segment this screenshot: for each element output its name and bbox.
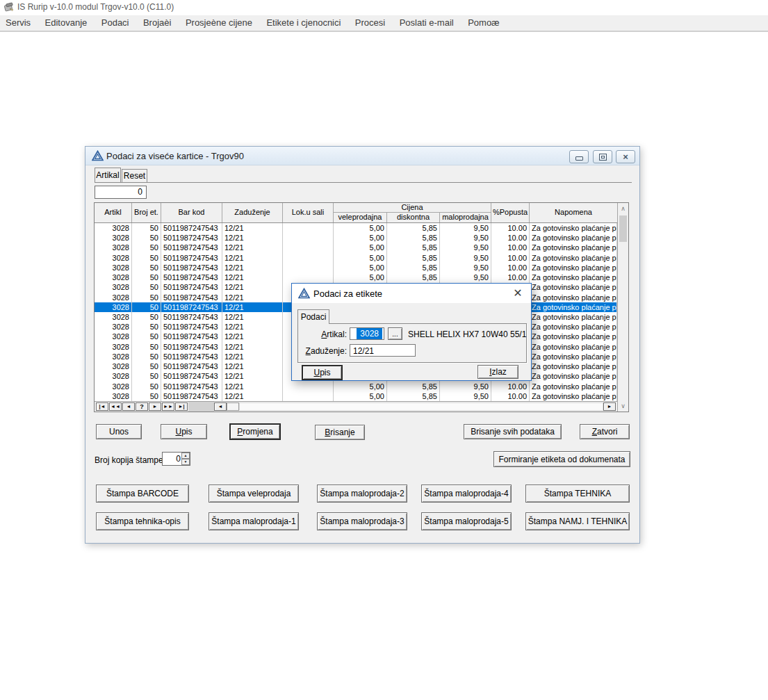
cell-napomena: Za gotovinsko plaćanje po — [530, 322, 617, 332]
col-header-napomena[interactable]: Napomena — [530, 203, 617, 222]
col-header-lok-u-sali[interactable]: Lok.u sali — [283, 203, 334, 222]
cell-diskontna: 5,85 — [387, 263, 440, 272]
hscroll-left-button[interactable]: ◄ — [214, 402, 227, 411]
table-row[interactable]: 302850501198724754312/215,005,859,5010.0… — [95, 263, 617, 272]
menu-podaci[interactable]: Podaci — [96, 15, 135, 30]
stampa-tehnika-button[interactable]: Štampa TEHNIKA — [525, 485, 630, 503]
cell-zaduzenje: 12/21 — [222, 223, 283, 233]
dialog-izlaz-button[interactable]: Izlaz — [477, 365, 518, 379]
cell-popusta: 10.00 — [491, 263, 530, 272]
col-header-veleprodajna[interactable]: veleprodajna — [334, 213, 387, 222]
stampa-maloprodaja-5-button[interactable]: Štampa maloprodaja-5 — [421, 512, 512, 530]
broj-kopija-spinner[interactable]: 0 ▲ ▼ — [162, 452, 190, 466]
nav-fast-prev-button[interactable]: ◄◄ — [109, 402, 122, 411]
stampa-tehnika-opis-button[interactable]: Štampa tehnika-opis — [96, 512, 189, 530]
stampa-barcode-button[interactable]: Štampa BARCODE — [96, 485, 189, 503]
table-row[interactable]: 302850501198724754312/215,005,859,5010.0… — [95, 223, 617, 233]
dialog-close-button[interactable]: ✕ — [510, 287, 525, 300]
nav-prev-button[interactable]: ◄ — [122, 402, 135, 411]
cell-maloprodajna: 9,50 — [440, 391, 491, 401]
cell-bar_kod: 5011987247543 — [161, 233, 222, 243]
minimize-button[interactable] — [569, 150, 589, 163]
cell-bar_kod: 5011987247543 — [161, 223, 222, 233]
table-row[interactable]: 302850501198724754312/215,005,859,5010.0… — [95, 253, 617, 263]
cell-artikl: 3028 — [95, 342, 132, 352]
spinner-up-button[interactable]: ▲ — [181, 453, 190, 459]
col-header-maloprodajna[interactable]: maloprodajna — [440, 213, 491, 222]
stampa-maloprodaja-3-button[interactable]: Štampa maloprodaja-3 — [317, 512, 407, 530]
col-header-artikl[interactable]: Artikl — [95, 203, 132, 222]
nav-last-button[interactable]: ►| — [175, 402, 188, 411]
table-row[interactable]: 302850501198724754312/215,005,859,5010.0… — [95, 382, 617, 391]
nav-search-button[interactable]: ? — [136, 402, 148, 411]
formiranje-etiketa-button[interactable]: Formiranje etiketa od dokumenata — [493, 451, 630, 467]
close-button[interactable]: × — [616, 150, 635, 163]
vscroll-down-icon[interactable]: ∨ — [618, 400, 628, 412]
cell-bar_kod: 5011987247543 — [161, 332, 222, 341]
podaci-za-etikete-dialog: Podaci za etikete ✕ Podaci Artikal: 3028… — [291, 283, 532, 381]
cell-napomena: Za gotovinsko plaćanje po — [530, 282, 617, 292]
table-row[interactable]: 302850501198724754312/215,005,859,5010.0… — [95, 243, 617, 252]
promjena-button[interactable]: Promjena — [229, 423, 281, 440]
stampa-maloprodaja-4-button[interactable]: Štampa maloprodaja-4 — [421, 485, 512, 503]
menu-editovanje[interactable]: Editovanje — [40, 15, 93, 30]
zatvori-button[interactable]: Zatvori — [580, 424, 630, 439]
hscroll-right-button[interactable]: ► — [603, 402, 616, 411]
cell-bar_kod: 5011987247543 — [161, 352, 222, 361]
col-header-broj-et[interactable]: Broj et. — [132, 203, 161, 222]
cell-bar_kod: 5011987247543 — [161, 382, 222, 391]
cell-veleprodajna: 5,00 — [334, 243, 387, 252]
cell-bar_kod: 5011987247543 — [161, 263, 222, 272]
table-row[interactable]: 302850501198724754312/215,005,859,5010.0… — [95, 233, 617, 243]
dialog-tab-podaci[interactable]: Podaci — [297, 309, 329, 324]
broj-kopija-value[interactable]: 0 — [163, 453, 181, 465]
cell-zaduzenje: 12/21 — [222, 391, 283, 401]
brisanje-button[interactable]: Brisanje — [315, 425, 365, 440]
spinner-down-button[interactable]: ▼ — [181, 459, 190, 465]
menu-etikete-i-cjenocnici[interactable]: Etikete i cjenocnici — [261, 15, 346, 30]
menu-servis[interactable]: Servis — [0, 15, 36, 30]
menu-brojaci[interactable]: Brojaèi — [138, 15, 177, 30]
stampa-maloprodaja-1-button[interactable]: Štampa maloprodaja-1 — [209, 512, 299, 530]
nav-first-button[interactable]: |◄ — [96, 402, 108, 411]
artikal-input[interactable]: 3028 — [350, 327, 384, 340]
table-row[interactable]: 302850501198724754312/215,005,859,5010.0… — [95, 272, 617, 282]
menu-prosjecne-cijene[interactable]: Prosjeène cijene — [180, 15, 258, 30]
cell-broj_et: 50 — [132, 352, 161, 361]
unos-button[interactable]: Unos — [96, 424, 142, 439]
menu-procesi[interactable]: Procesi — [350, 15, 391, 30]
tab-artikal[interactable]: Artikal — [95, 168, 121, 182]
cell-maloprodajna: 9,50 — [440, 382, 491, 391]
col-header-diskontna[interactable]: diskontna — [387, 213, 440, 222]
cell-broj_et: 50 — [132, 332, 161, 341]
col-header-bar-kod[interactable]: Bar kod — [161, 203, 222, 222]
upis-button[interactable]: Upis — [161, 424, 207, 439]
brisanje-svih-podataka-button[interactable]: Brisanje svih podataka — [464, 424, 562, 439]
hscroll-thumb[interactable] — [188, 402, 214, 412]
menu-poslati-email[interactable]: Poslati e-mail — [394, 15, 459, 30]
vscroll-bar[interactable]: ∧ ∨ — [617, 203, 628, 412]
col-header-zaduzenje[interactable]: Zaduženje — [222, 203, 283, 222]
artikal-browse-button[interactable]: ... — [388, 327, 402, 340]
tab-reset[interactable]: Reset — [122, 169, 147, 182]
cell-broj_et: 50 — [132, 223, 161, 233]
col-header-popusta[interactable]: %Popusta — [491, 203, 530, 222]
hscroll-track[interactable] — [239, 402, 603, 411]
maximize-button[interactable] — [593, 150, 612, 163]
dialog-titlebar: Podaci za etikete ✕ — [292, 284, 531, 303]
cell-napomena: Za gotovinsko plaćanje po — [530, 253, 617, 263]
zaduzenje-input[interactable]: 12/21 — [350, 344, 416, 357]
nav-next-button[interactable]: ► — [149, 402, 161, 411]
menu-pomoc[interactable]: Pomoæ — [462, 15, 505, 30]
cell-zaduzenje: 12/21 — [222, 371, 283, 381]
dialog-upis-button[interactable]: Upis — [302, 365, 343, 380]
stampa-veleprodaja-button[interactable]: Štampa veleprodaja — [209, 485, 299, 503]
stampa-namj-i-tehnika-button[interactable]: Štampa NAMJ. I TEHNIKA — [525, 512, 630, 530]
artikal-filter-input[interactable]: 0 — [95, 186, 147, 199]
nav-fast-next-button[interactable]: ►► — [162, 402, 174, 411]
stampa-maloprodaja-2-button[interactable]: Štampa maloprodaja-2 — [317, 485, 407, 503]
vscroll-up-icon[interactable]: ∧ — [618, 203, 628, 214]
vscroll-thumb[interactable] — [619, 215, 627, 242]
table-row[interactable]: 302850501198724754312/215,005,859,5010.0… — [95, 391, 617, 401]
cell-bar_kod: 5011987247543 — [161, 272, 222, 282]
